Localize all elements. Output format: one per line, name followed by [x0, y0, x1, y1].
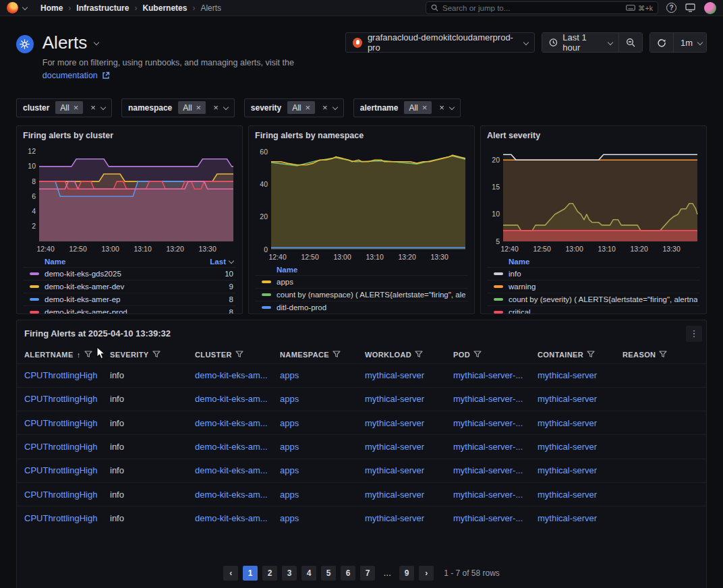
filter-chevron-icon[interactable]: [332, 105, 337, 110]
cell-namespace[interactable]: apps: [280, 418, 365, 428]
column-header-reason[interactable]: REASON: [623, 346, 699, 363]
documentation-link[interactable]: documentation: [42, 71, 98, 80]
grafana-logo[interactable]: [7, 2, 18, 13]
series-color-dash[interactable]: [30, 272, 39, 275]
cell-cluster[interactable]: demo-kit-eks-am...: [195, 513, 280, 523]
series-color-dash[interactable]: [30, 298, 39, 301]
cell-alertname[interactable]: CPUThrottlingHigh: [24, 490, 110, 500]
series-name[interactable]: demo-kit-eks-gds2025: [45, 270, 219, 278]
org-switcher-chevron-icon[interactable]: [22, 5, 27, 10]
series-color-dash[interactable]: [494, 285, 503, 288]
panel-title[interactable]: Firing alerts by namespace: [255, 131, 468, 140]
filter-chevron-icon[interactable]: [100, 105, 105, 110]
cell-cluster[interactable]: demo-kit-eks-am...: [195, 465, 280, 475]
sort-ascending-icon[interactable]: ↑: [77, 351, 81, 359]
cell-workload[interactable]: mythical-server: [365, 490, 453, 500]
column-header-severity[interactable]: SEVERITY: [110, 346, 195, 363]
cell-container[interactable]: mythical-server: [538, 465, 623, 475]
cell-pod[interactable]: mythical-server-...: [453, 418, 538, 428]
cell-container[interactable]: mythical-server: [538, 370, 623, 380]
remove-value-icon[interactable]: ×: [422, 103, 428, 112]
cell-workload[interactable]: mythical-server: [365, 394, 453, 404]
news-icon[interactable]: [685, 2, 696, 13]
series-color-dash[interactable]: [262, 293, 271, 296]
page-button-6[interactable]: 6: [341, 566, 355, 581]
page-button-9[interactable]: 9: [399, 566, 414, 581]
external-link-icon[interactable]: [102, 71, 110, 84]
filter-funnel-icon[interactable]: [332, 351, 341, 358]
cell-pod[interactable]: mythical-server-...: [453, 513, 538, 523]
search-field[interactable]: [442, 4, 622, 12]
zoom-out-button[interactable]: [619, 33, 642, 52]
series-color-dash[interactable]: [494, 311, 503, 314]
cell-pod[interactable]: mythical-server-...: [453, 394, 538, 404]
cell-workload[interactable]: mythical-server: [365, 442, 453, 452]
remove-value-icon[interactable]: ×: [74, 103, 79, 112]
column-header-container[interactable]: CONTAINER: [538, 346, 623, 363]
series-color-dash[interactable]: [30, 311, 39, 314]
series-name[interactable]: demo-kit-eks-amer-prod: [45, 308, 224, 314]
filter-funnel-icon[interactable]: [473, 351, 482, 358]
filter-funnel-icon[interactable]: [84, 351, 92, 358]
series-color-dash[interactable]: [262, 281, 271, 283]
legend-last-header[interactable]: Last: [210, 258, 233, 266]
user-avatar[interactable]: [704, 2, 716, 14]
cell-container[interactable]: mythical-server: [538, 394, 623, 404]
cell-alertname[interactable]: CPUThrottlingHigh: [24, 513, 110, 523]
panel-menu-kebab-icon[interactable]: ⋮: [686, 326, 702, 342]
column-header-alertname[interactable]: ALERTNAME↑: [24, 346, 110, 363]
filter-value-chip[interactable]: All×: [178, 101, 206, 114]
breadcrumb-item-infrastructure[interactable]: Infrastructure: [76, 3, 129, 13]
prev-page-button[interactable]: ‹: [223, 566, 238, 581]
page-button-3[interactable]: 3: [282, 566, 297, 581]
cell-namespace[interactable]: apps: [280, 442, 365, 452]
cell-pod[interactable]: mythical-server-...: [453, 490, 538, 500]
filter-value-chip[interactable]: All×: [404, 101, 432, 114]
cell-namespace[interactable]: apps: [280, 465, 365, 475]
cell-workload[interactable]: mythical-server: [365, 513, 453, 523]
search-input[interactable]: ⌘+k: [426, 1, 658, 14]
column-header-workload[interactable]: WORKLOAD: [365, 346, 453, 363]
column-header-namespace[interactable]: NAMESPACE: [280, 346, 365, 363]
cell-pod[interactable]: mythical-server-...: [453, 442, 538, 452]
table-panel-title[interactable]: Firing Alerts at 2025-04-10 13:39:32: [24, 328, 171, 339]
breadcrumb-item-alerts[interactable]: Alerts: [200, 3, 221, 13]
cell-namespace[interactable]: apps: [280, 513, 365, 523]
legend-name-header[interactable]: Name: [45, 258, 65, 266]
cell-alertname[interactable]: CPUThrottlingHigh: [24, 394, 110, 404]
time-range-picker[interactable]: Last 1 hour: [542, 33, 619, 52]
cell-namespace[interactable]: apps: [280, 394, 365, 404]
filter-value-chip[interactable]: All×: [287, 101, 315, 114]
next-page-button[interactable]: ›: [419, 566, 434, 581]
help-icon[interactable]: ?: [666, 3, 676, 13]
cell-cluster[interactable]: demo-kit-eks-am...: [195, 394, 280, 404]
page-button-5[interactable]: 5: [321, 566, 336, 581]
page-button-1[interactable]: 1: [243, 566, 258, 581]
series-color-dash[interactable]: [494, 298, 503, 301]
cell-workload[interactable]: mythical-server: [365, 370, 453, 380]
series-color-dash[interactable]: [262, 306, 271, 309]
filter-chevron-icon[interactable]: [449, 105, 454, 110]
page-button-7[interactable]: 7: [360, 566, 375, 581]
cell-container[interactable]: mythical-server: [538, 418, 623, 428]
panel-title[interactable]: Alert severity: [487, 131, 700, 140]
clear-filter-icon[interactable]: ×: [90, 103, 96, 112]
filter-funnel-icon[interactable]: [587, 351, 595, 358]
series-name[interactable]: count by (severity) ( ALERTS{alertstate=…: [509, 295, 697, 303]
clear-filter-icon[interactable]: ×: [322, 103, 328, 112]
cell-namespace[interactable]: apps: [280, 490, 365, 500]
series-name[interactable]: critical: [509, 308, 697, 314]
filter-funnel-icon[interactable]: [659, 351, 667, 358]
page-button-4[interactable]: 4: [301, 566, 316, 581]
dashboard-picker-chevron-icon[interactable]: [94, 40, 98, 45]
filter-funnel-icon[interactable]: [415, 351, 423, 358]
filter-funnel-icon[interactable]: [152, 351, 161, 358]
datasource-picker[interactable]: grafanacloud-demokitcloudamerprod-pro: [345, 32, 536, 53]
cell-alertname[interactable]: CPUThrottlingHigh: [24, 418, 110, 428]
breadcrumb-item-home[interactable]: Home: [40, 3, 63, 13]
filter-value-chip[interactable]: All×: [55, 101, 83, 114]
cell-cluster[interactable]: demo-kit-eks-am...: [195, 490, 280, 500]
series-name[interactable]: demo-kit-eks-amer-dev: [45, 283, 224, 291]
remove-value-icon[interactable]: ×: [196, 103, 202, 112]
breadcrumb-item-kubernetes[interactable]: Kubernetes: [142, 3, 187, 13]
